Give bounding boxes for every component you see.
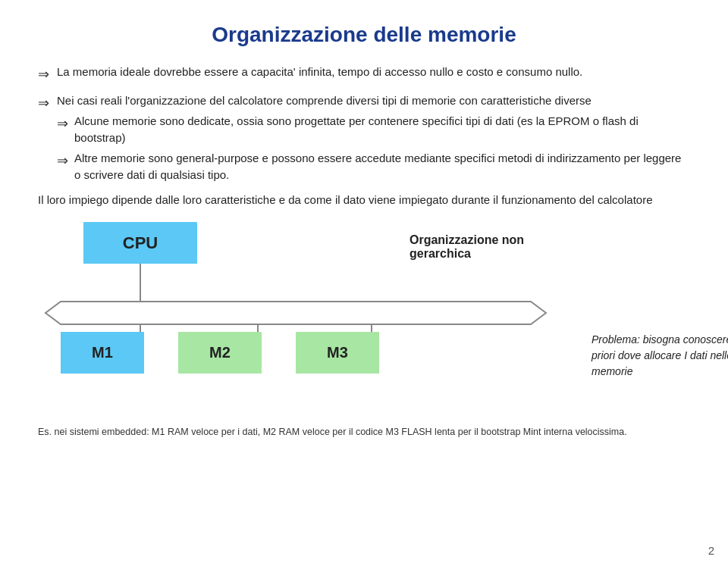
mem-boxes: M1 M2 M3	[61, 332, 379, 374]
mem-box-m1: M1	[61, 332, 144, 374]
diagram-wrapper: CPU M1 M2 M3 Organizzazione non gerarchi…	[38, 214, 690, 419]
svg-marker-1	[46, 302, 546, 324]
page-number: 2	[708, 544, 714, 557]
arrow-icon-1: ⇒	[38, 64, 49, 85]
mem-box-m2: M2	[178, 332, 262, 374]
problem-text: Problema: bisogna conoscere a priori dov…	[592, 332, 728, 380]
bullet-list: ⇒ La memoria ideale dovrebbe essere a ca…	[38, 64, 690, 184]
m2-label: M2	[209, 344, 231, 361]
non-gerarchica-label: Organizzazione non gerarchica	[410, 233, 524, 260]
bullet-text-3: Alcune memorie sono dedicate, ossia sono…	[74, 113, 690, 147]
mem-box-m3: M3	[296, 332, 379, 374]
bullet-text-4: Altre memorie sono general-purpose e pos…	[74, 150, 690, 184]
footer-note: Es. nei sistemi embedded: M1 RAM veloce …	[38, 425, 690, 439]
bullet-item-1: ⇒ La memoria ideale dovrebbe essere a ca…	[38, 64, 690, 85]
page-title: Organizzazione delle memorie	[38, 23, 690, 47]
bullet-text-2: Nei casi reali l'organizzazione del calc…	[57, 92, 690, 184]
problem-container: Problema: bisogna conoscere a priori dov…	[592, 332, 728, 380]
m1-label: M1	[92, 344, 113, 361]
arrow-icon-3: ⇒	[57, 114, 68, 134]
non-gerarchica-container: Organizzazione non gerarchica	[410, 233, 576, 261]
m3-label: M3	[327, 344, 348, 361]
slide: Organizzazione delle memorie ⇒ La memori…	[0, 0, 728, 566]
cpu-box: CPU	[83, 222, 197, 264]
arrow-icon-4: ⇒	[57, 151, 68, 171]
cpu-label: CPU	[123, 233, 158, 253]
bullet-item-2: ⇒ Nei casi reali l'organizzazione del ca…	[38, 92, 690, 184]
continuation-text: Il loro impiego dipende dalle loro carat…	[38, 192, 690, 209]
bullet-text-1: La memoria ideale dovrebbe essere a capa…	[57, 64, 690, 81]
arrow-icon-2: ⇒	[38, 93, 49, 114]
